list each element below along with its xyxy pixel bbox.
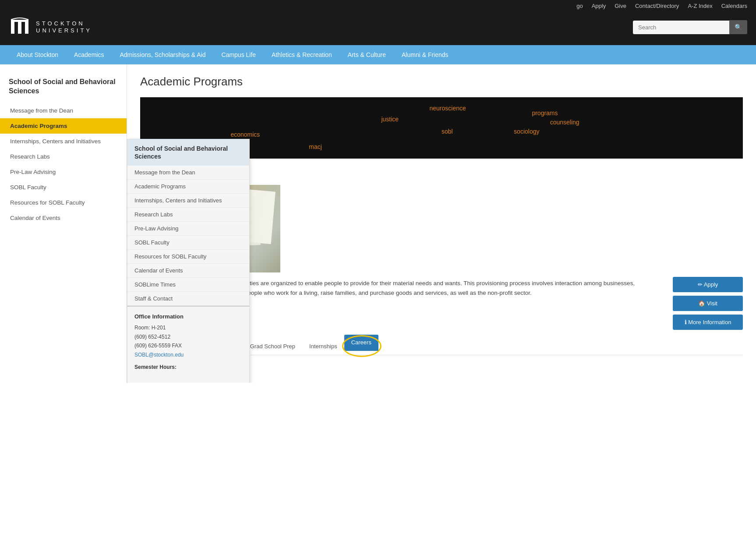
word-economics: economics bbox=[230, 131, 260, 138]
sidebar-title: School of Social and Behavioral Sciences bbox=[0, 73, 127, 103]
azindex-link[interactable]: A-Z Index bbox=[688, 3, 712, 9]
dropdown-item-academic[interactable]: Academic Programs bbox=[127, 180, 249, 194]
tab-careers[interactable]: Careers bbox=[344, 335, 378, 351]
word-neuroscience: neuroscience bbox=[429, 105, 466, 112]
semester-label: Semester Hours: bbox=[134, 363, 242, 371]
give-link[interactable]: Give bbox=[615, 3, 626, 9]
svg-rect-1 bbox=[11, 21, 14, 34]
sidebar-item-internships[interactable]: Internships, Centers and Initiatives bbox=[0, 134, 127, 149]
university-name: STOCKTON UNIVERSITY bbox=[36, 20, 92, 34]
tab-careers-container: Careers bbox=[344, 339, 378, 355]
nav-campus-life[interactable]: Campus Life bbox=[214, 45, 264, 64]
nav-alumni[interactable]: Alumni & Friends bbox=[394, 45, 456, 64]
sidebar-item-prelaw[interactable]: Pre-Law Advising bbox=[0, 164, 127, 180]
nav-athletics[interactable]: Athletics & Recreation bbox=[264, 45, 340, 64]
word-justice: justice bbox=[381, 116, 399, 123]
dropdown-title: School of Social and Behavioral Sciences bbox=[127, 139, 249, 166]
calendars-link[interactable]: Calendars bbox=[721, 3, 747, 9]
sidebar-item-research-labs[interactable]: Research Labs bbox=[0, 149, 127, 164]
word-macj: macj bbox=[309, 143, 322, 150]
dropdown-item-calendar[interactable]: Calendar of Events bbox=[127, 264, 249, 278]
page-title: Academic Programs bbox=[140, 75, 743, 88]
office-email[interactable]: SOBL@stockton.edu bbox=[134, 352, 184, 358]
stockton-logo-icon bbox=[9, 16, 31, 38]
sidebar-item-faculty[interactable]: SOBL Faculty bbox=[0, 180, 127, 195]
contact-link[interactable]: Contact/Directory bbox=[635, 3, 679, 9]
go-link[interactable]: go bbox=[576, 3, 583, 9]
office-fax: (609) 626-5559 FAX bbox=[134, 343, 182, 349]
office-label: Office Information bbox=[134, 312, 242, 322]
search-input[interactable] bbox=[633, 21, 729, 34]
svg-rect-2 bbox=[18, 21, 21, 34]
word-sociology: sociology bbox=[514, 128, 539, 135]
dropdown-nav: Message from the Dean Academic Programs … bbox=[127, 166, 249, 306]
dropdown-item-message[interactable]: Message from the Dean bbox=[127, 166, 249, 180]
dropdown-item-faculty[interactable]: SOBL Faculty bbox=[127, 236, 249, 250]
dropdown-item-research[interactable]: Research Labs bbox=[127, 208, 249, 222]
dropdown-office-info: Office Information Room: H-201 (609) 652… bbox=[127, 306, 249, 383]
sidebar-item-academic-programs[interactable]: Academic Programs bbox=[0, 118, 127, 134]
dropdown-overlay: School of Social and Behavioral Sciences… bbox=[127, 139, 250, 383]
svg-rect-3 bbox=[25, 21, 28, 34]
economics-action-sidebar: ✏ Apply 🏠 Visit ℹ More Information bbox=[673, 185, 743, 330]
dropdown-hours: Semester Hours: Mon - Fri 8:00am - 5:00p… bbox=[134, 363, 242, 383]
tab-grad-school-prep[interactable]: Grad School Prep bbox=[243, 339, 302, 355]
sidebar: School of Social and Behavioral Sciences… bbox=[0, 64, 127, 383]
more-info-button[interactable]: ℹ More Information bbox=[673, 315, 743, 330]
main-container: School of Social and Behavioral Sciences… bbox=[0, 64, 756, 383]
dropdown-item-resources[interactable]: Resources for SOBL Faculty bbox=[127, 250, 249, 264]
sidebar-item-calendar[interactable]: Calendar of Events bbox=[0, 210, 127, 226]
sidebar-nav: Message from the Dean Academic Programs … bbox=[0, 103, 127, 226]
dropdown-item-prelaw[interactable]: Pre-Law Advising bbox=[127, 222, 249, 236]
word-counseling: counseling bbox=[550, 119, 579, 126]
sidebar-item-message[interactable]: Message from the Dean bbox=[0, 103, 127, 118]
dropdown-item-soblimes[interactable]: SOBLime Times bbox=[127, 278, 249, 292]
word-programs: programs bbox=[532, 110, 558, 117]
content-area: Academic Programs economics justice sobl… bbox=[127, 64, 756, 383]
office-phone: (609) 652-4512 bbox=[134, 334, 170, 340]
nav-about-stockton[interactable]: About Stockton bbox=[9, 45, 66, 64]
apply-link[interactable]: Apply bbox=[592, 3, 606, 9]
dropdown-item-staff[interactable]: Staff & Contact bbox=[127, 292, 249, 306]
logo-area[interactable]: STOCKTON UNIVERSITY bbox=[9, 16, 92, 38]
office-room: Room: H-201 bbox=[134, 325, 166, 331]
apply-button[interactable]: ✏ Apply bbox=[673, 277, 743, 292]
dropdown-item-internships[interactable]: Internships, Centers and Initiatives bbox=[127, 194, 249, 208]
utility-bar: go Apply Give Contact/Directory A-Z Inde… bbox=[0, 0, 756, 12]
nav-admissions[interactable]: Admissions, Scholarships & Aid bbox=[112, 45, 213, 64]
tab-internships[interactable]: Internships bbox=[302, 339, 344, 355]
search-button[interactable]: 🔍 bbox=[729, 20, 747, 34]
svg-rect-4 bbox=[11, 20, 28, 22]
nav-arts-culture[interactable]: Arts & Culture bbox=[340, 45, 394, 64]
nav-academics[interactable]: Academics bbox=[66, 45, 112, 64]
main-nav: About Stockton Academics Admissions, Sch… bbox=[0, 45, 756, 64]
sidebar-item-resources[interactable]: Resources for SOBL Faculty bbox=[0, 195, 127, 210]
visit-button[interactable]: 🏠 Visit bbox=[673, 296, 743, 311]
word-sobl: sobl bbox=[442, 128, 453, 135]
search-area: 🔍 bbox=[633, 20, 747, 34]
header: STOCKTON UNIVERSITY 🔍 bbox=[0, 12, 756, 45]
